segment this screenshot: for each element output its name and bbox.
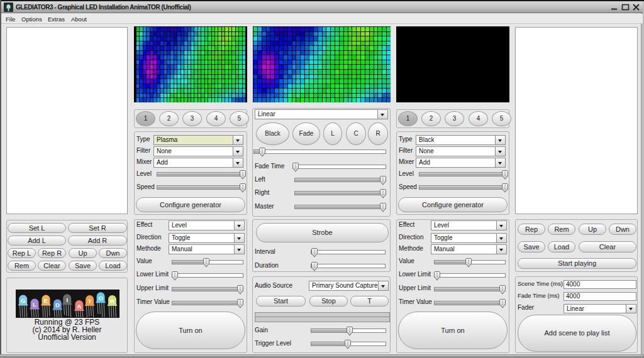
svg-text:G: G <box>21 297 25 304</box>
svg-text:E: E <box>44 297 48 304</box>
svg-text:I: I <box>66 296 68 303</box>
svg-text:O: O <box>98 295 103 301</box>
svg-text:D: D <box>55 301 60 308</box>
svg-text:A: A <box>77 303 81 310</box>
svg-text:T: T <box>88 298 92 305</box>
svg-text:R: R <box>110 298 114 305</box>
svg-text:L: L <box>33 301 36 308</box>
